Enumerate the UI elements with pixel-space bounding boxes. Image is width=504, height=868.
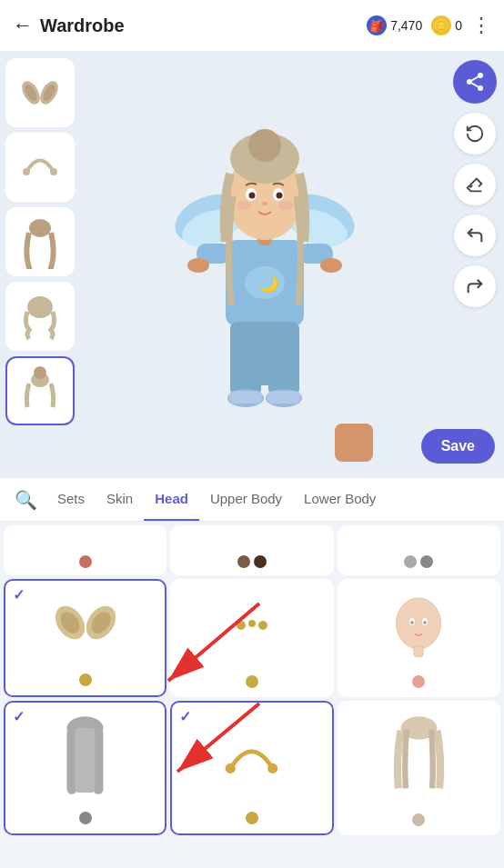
svg-point-36 (278, 201, 293, 210)
svg-point-55 (411, 621, 415, 624)
svg-point-62 (268, 763, 278, 773)
svg-point-32 (249, 193, 256, 199)
grid-cell-straight-hair[interactable]: ✓ (4, 701, 166, 835)
item-image-blank-face (338, 579, 500, 672)
svg-rect-52 (414, 645, 424, 656)
svg-point-5 (50, 168, 57, 175)
topbar-right: 🎒 7,470 🪙 0 ⋮ (367, 14, 491, 37)
selected-check-2: ✓ (13, 708, 25, 725)
redo-button[interactable] (454, 265, 496, 307)
svg-point-50 (258, 621, 267, 630)
gold-currency: 🪙 0 (431, 15, 462, 35)
skin-color-swatch[interactable] (335, 424, 373, 462)
svg-rect-60 (76, 728, 96, 793)
svg-point-38 (248, 129, 281, 162)
tab-lower-body[interactable]: Lower Body (293, 478, 387, 522)
grid-cell-partial-2[interactable] (170, 525, 333, 575)
sidebar-item-hair-wings[interactable] (5, 58, 75, 127)
sidebar-item-headband[interactable] (5, 133, 75, 202)
svg-point-51 (397, 597, 441, 648)
svg-point-56 (424, 621, 428, 624)
undo-button[interactable] (454, 215, 496, 256)
blue-currency-amount: 7,470 (390, 18, 422, 33)
svg-point-61 (226, 763, 236, 773)
page-title: Wardrobe (40, 15, 125, 36)
item-image-hair-clips (5, 581, 165, 670)
tab-skin[interactable]: Skin (96, 478, 144, 522)
svg-rect-27 (267, 391, 300, 404)
grid-cell-light-long-hair[interactable] (338, 701, 500, 835)
main-area: 🌙 (0, 51, 504, 478)
svg-point-7 (27, 296, 53, 318)
svg-line-43 (472, 77, 479, 81)
selected-check-3: ✓ (179, 708, 191, 725)
right-controls: Save (446, 51, 504, 478)
item-image-light-hair (338, 701, 500, 810)
svg-point-41 (478, 85, 483, 91)
grid-cell-dots-accessory[interactable] (170, 579, 333, 697)
sidebar-item-long-hair[interactable] (5, 207, 75, 276)
search-tab[interactable]: 🔍 (5, 478, 46, 522)
svg-point-9 (34, 366, 46, 379)
gold-currency-amount: 0 (455, 18, 462, 33)
item-image-straight-hair (5, 703, 165, 808)
tab-sets[interactable]: Sets (46, 478, 96, 522)
save-button[interactable]: Save (421, 429, 495, 464)
wardrobe-grid: ✓ (0, 522, 504, 839)
category-tabs: 🔍 Sets Skin Head Upper Body Lower Body (0, 478, 504, 522)
avatar: 🌙 (160, 87, 369, 442)
left-sidebar (0, 51, 84, 478)
svg-point-39 (478, 73, 483, 78)
reset-button[interactable] (454, 113, 496, 155)
svg-line-42 (472, 84, 479, 87)
gold-currency-icon: 🪙 (431, 15, 451, 35)
selected-check: ✓ (13, 586, 25, 604)
back-button[interactable]: ← (13, 14, 33, 37)
sidebar-item-wavy-hair[interactable] (5, 282, 75, 351)
avatar-area: 🌙 (84, 51, 446, 478)
svg-rect-26 (229, 391, 262, 404)
topbar-left: ← Wardrobe (13, 14, 125, 37)
eraser-button[interactable] (454, 164, 496, 205)
grid-cell-hair-clips[interactable]: ✓ (4, 579, 166, 697)
grid-cell-partial-3[interactable] (338, 525, 500, 575)
svg-point-49 (248, 620, 256, 627)
svg-point-48 (237, 621, 246, 630)
svg-point-35 (237, 201, 251, 210)
svg-point-6 (29, 219, 51, 237)
svg-point-17 (187, 258, 209, 273)
grid-cell-partial-1[interactable] (4, 525, 166, 575)
topbar: ← Wardrobe 🎒 7,470 🪙 0 ⋮ (0, 0, 504, 51)
svg-point-34 (262, 202, 267, 205)
svg-text:🌙: 🌙 (258, 274, 279, 294)
tab-upper-body[interactable]: Upper Body (199, 478, 293, 522)
svg-point-4 (23, 168, 30, 175)
grid-cell-headband-circle[interactable]: ✓ (170, 701, 333, 835)
svg-point-33 (277, 193, 283, 199)
blue-currency: 🎒 7,470 (367, 15, 422, 35)
item-image-dots (170, 579, 333, 672)
tab-head[interactable]: Head (144, 478, 199, 522)
grid-cell-blank-face[interactable] (338, 579, 500, 697)
svg-point-18 (320, 258, 342, 273)
share-button[interactable] (453, 60, 497, 104)
item-image-headband (172, 703, 331, 808)
sidebar-item-bun-hair[interactable] (5, 356, 75, 425)
svg-point-40 (467, 79, 472, 85)
blue-currency-icon: 🎒 (367, 15, 387, 35)
more-button[interactable]: ⋮ (471, 14, 491, 37)
